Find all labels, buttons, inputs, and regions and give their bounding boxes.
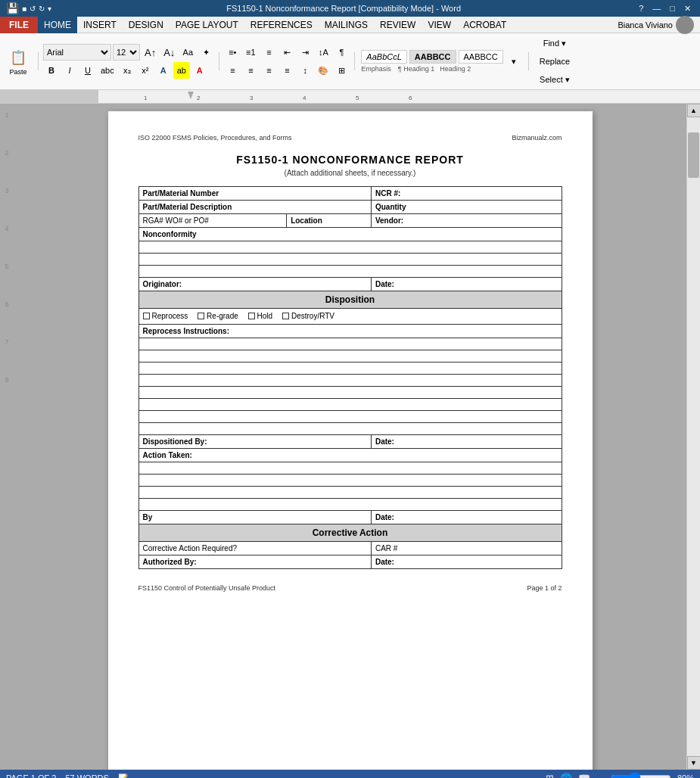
heading1-label: ¶ Heading 1 (398, 65, 434, 73)
menu-references[interactable]: REFERENCES (244, 17, 319, 33)
view-read-icon[interactable]: 📖 (578, 773, 590, 779)
menu-review[interactable]: REVIEW (374, 17, 422, 33)
vertical-scrollbar[interactable]: ▲ ▼ (686, 104, 700, 770)
subscript-button[interactable]: x₂ (119, 62, 135, 79)
multilevel-list-button[interactable]: ≡ (260, 44, 277, 61)
file-menu[interactable]: FILE (0, 17, 38, 33)
style-heading2[interactable]: AABBCC (459, 50, 503, 64)
borders-button[interactable]: ⊞ (333, 62, 350, 79)
table-row (138, 399, 562, 411)
styles-more-button[interactable]: ▾ (506, 53, 522, 70)
table-row: Dispositioned By: Date: (138, 435, 562, 449)
scroll-track[interactable] (687, 117, 700, 756)
part-material-label: Part/Material Number (138, 187, 371, 201)
table-row (138, 475, 562, 487)
emphasis-label: Emphasis (361, 65, 391, 73)
zoom-slider[interactable] (611, 774, 671, 778)
view-print-icon[interactable]: ⊞ (546, 773, 554, 779)
help-button[interactable]: ? (636, 4, 646, 14)
footer-right: Page 1 of 2 (527, 584, 562, 592)
align-center-button[interactable]: ≡ (242, 62, 259, 79)
font-color-button[interactable]: A (191, 62, 208, 79)
select-button[interactable]: Select ▾ (537, 71, 573, 88)
page: ISO 22000 FSMS Policies, Procedures, and… (108, 111, 593, 770)
font-family-select[interactable]: Arial (43, 44, 111, 61)
close-button[interactable]: ✕ (681, 4, 694, 14)
menu-insert[interactable]: INSERT (77, 17, 123, 33)
clear-format-button[interactable]: ✦ (198, 44, 214, 61)
show-formatting-button[interactable]: ¶ (333, 44, 350, 61)
sort-button[interactable]: ↕A (315, 44, 331, 61)
maximize-button[interactable]: □ (667, 4, 678, 14)
document-subtitle: (Attach additional sheets, if necessary.… (138, 169, 562, 177)
replace-button[interactable]: Replace (537, 53, 573, 70)
document-area[interactable]: ISO 22000 FSMS Policies, Procedures, and… (14, 104, 686, 770)
document-title: FS1150-1 NONCONFORMANCE REPORT (138, 154, 562, 166)
underline-button[interactable]: U (79, 62, 96, 79)
menu-mailings[interactable]: MAILINGS (319, 17, 374, 33)
part-desc-label: Part/Material Description (138, 201, 371, 214)
language-indicator: 📝 (118, 773, 129, 779)
table-row: Action Taken: (138, 449, 562, 462)
text-effects-button[interactable]: A (155, 62, 172, 79)
checkbox-icon (248, 313, 255, 319)
increase-indent-button[interactable]: ⇥ (297, 44, 313, 61)
quantity-label: Quantity (371, 201, 562, 214)
table-row: Authorized By: Date: (138, 555, 562, 569)
menu-acrobat[interactable]: ACROBAT (457, 17, 512, 33)
minimize-button[interactable]: — (649, 4, 664, 14)
table-row (138, 350, 562, 363)
action-taken-label: Action Taken: (138, 449, 562, 462)
ncr-label: NCR #: (371, 187, 562, 201)
scroll-down-button[interactable]: ▼ (687, 756, 701, 770)
menu-design[interactable]: DESIGN (123, 17, 170, 33)
toolbar-row1: 📋 Paste Arial 12 A↑ A↓ Aa ✦ B I U abc x₂… (0, 33, 700, 90)
vendor-label: Vendor: (371, 214, 562, 228)
menu-view[interactable]: VIEW (422, 17, 457, 33)
style-emphasis[interactable]: AaBbCcL (361, 50, 406, 64)
highlight-button[interactable]: ab (173, 62, 190, 79)
header-left: ISO 22000 FSMS Policies, Procedures, and… (138, 134, 292, 142)
italic-button[interactable]: I (61, 62, 78, 79)
separator1 (38, 52, 39, 70)
vertical-ruler: 1 2 3 4 5 6 7 8 (0, 104, 14, 770)
align-right-button[interactable]: ≡ (260, 62, 277, 79)
page-footer: FS1150 Control of Potentially Unsafe Pro… (138, 584, 562, 592)
table-row (138, 266, 562, 278)
font-size-select[interactable]: 12 (113, 44, 140, 61)
corrective-action-required: Corrective Action Required? (138, 542, 371, 555)
table-row: Reprocess Instructions: (138, 325, 562, 338)
by-label: By (138, 511, 371, 524)
justify-button[interactable]: ≡ (278, 62, 295, 79)
decrease-indent-button[interactable]: ⇤ (278, 44, 295, 61)
checkbox-icon (198, 313, 204, 319)
menu-page-layout[interactable]: PAGE LAYOUT (170, 17, 244, 33)
dispositioned-by-label: Dispositioned By: (138, 435, 371, 449)
strikethrough-button[interactable]: abc (98, 62, 117, 79)
title-bar: 💾 ■ ↺ ↻ ▾ FS1150-1 Nonconformance Report… (0, 0, 700, 17)
bullets-button[interactable]: ≡• (224, 44, 241, 61)
checkbox-icon (143, 313, 150, 319)
table-row (138, 499, 562, 511)
paste-button[interactable]: 📋 (6, 47, 30, 68)
scroll-up-button[interactable]: ▲ (687, 104, 701, 117)
superscript-button[interactable]: x² (137, 62, 154, 79)
table-row: Disposition (138, 291, 562, 309)
change-case-button[interactable]: Aa (179, 44, 196, 61)
font-shrink-button[interactable]: A↓ (160, 44, 178, 61)
font-grow-button[interactable]: A↑ (142, 44, 159, 61)
line-spacing-button[interactable]: ↕ (297, 62, 313, 79)
align-left-button[interactable]: ≡ (224, 62, 241, 79)
table-row: Nonconformity (138, 228, 562, 241)
numbering-button[interactable]: ≡1 (242, 44, 259, 61)
style-heading1[interactable]: AABBCC (409, 50, 456, 64)
menu-home[interactable]: HOME (38, 17, 77, 33)
bold-button[interactable]: B (43, 62, 60, 79)
scroll-thumb[interactable] (688, 132, 699, 178)
view-web-icon[interactable]: 🌐 (560, 773, 572, 779)
shading-button[interactable]: 🎨 (315, 62, 331, 79)
rga-label: RGA# WO# or PO# (138, 214, 287, 228)
user-name: Bianca Viviano (618, 20, 673, 30)
separator3 (354, 52, 355, 70)
find-button[interactable]: Find ▾ (537, 35, 573, 51)
